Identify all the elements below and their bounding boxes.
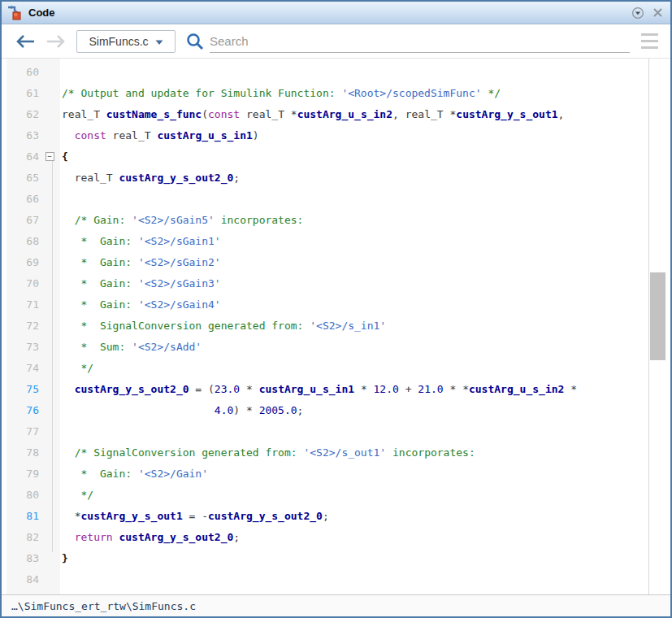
model-element-link[interactable]: '<S2>/sGain2' xyxy=(138,256,221,268)
code-line: 76 4.0) * 2005.0; xyxy=(2,399,648,420)
model-element-link[interactable]: '<S2>/s_in1' xyxy=(310,320,386,332)
code-line: 78 /* SignalConversion generated from: '… xyxy=(2,442,648,463)
code-text: /* SignalConversion generated from: '<S2… xyxy=(60,446,648,459)
forward-button[interactable] xyxy=(44,31,68,52)
search-icon xyxy=(184,30,206,53)
model-element-link[interactable]: '<S2>/sAdd' xyxy=(132,341,202,353)
line-number: 60 xyxy=(2,66,39,78)
fold-toggle-icon[interactable]: − xyxy=(46,152,54,161)
code-line: 64−{ xyxy=(2,146,648,167)
code-lines: 6061/* Output and update for Simulink Fu… xyxy=(2,59,648,590)
scrollbar-thumb[interactable] xyxy=(650,272,665,360)
code-line: 71 * Gain: '<S2>/sGain4' xyxy=(2,294,648,315)
line-number: 69 xyxy=(2,256,39,268)
search-input[interactable] xyxy=(210,30,630,53)
model-element-link[interactable]: '<S2>/sGain5' xyxy=(132,214,215,226)
vertical-scrollbar[interactable] xyxy=(648,59,666,594)
close-icon xyxy=(652,7,663,18)
code-line: 77 xyxy=(2,420,648,442)
dock-menu-button[interactable] xyxy=(630,6,646,20)
line-number: 64 xyxy=(2,150,39,163)
code-line: 83} xyxy=(2,547,648,568)
code-text: custArg_y_s_out2_0 = (23.0 * custArg_u_s… xyxy=(60,383,648,395)
code-text: */ xyxy=(60,362,648,374)
code-text: return custArg_y_s_out2_0; xyxy=(60,531,648,543)
file-selector-dropdown[interactable]: SimFuncs.c xyxy=(76,30,176,53)
line-number: 62 xyxy=(2,108,39,120)
chevron-down-icon xyxy=(155,35,163,48)
code-text: * Gain: '<S2>/sGain2' xyxy=(60,256,648,268)
code-line: 72 * SignalConversion generated from: '<… xyxy=(2,315,648,336)
code-text: * Sum: '<S2>/sAdd' xyxy=(60,341,648,353)
code-text: /* Gain: '<S2>/sGain5' incorporates: xyxy=(60,214,648,226)
model-element-link[interactable]: '<Root>/scopedSimFunc' xyxy=(341,87,481,99)
code-line: 60 xyxy=(2,61,648,82)
model-element-link[interactable]: '<S2>/sGain4' xyxy=(138,298,221,311)
fold-column: − xyxy=(39,152,60,161)
code-line: 67 /* Gain: '<S2>/sGain5' incorporates: xyxy=(2,209,648,230)
code-line: 73 * Sum: '<S2>/sAdd' xyxy=(2,336,648,357)
line-number: 72 xyxy=(2,320,39,332)
line-number: 79 xyxy=(2,468,39,480)
line-number: 78 xyxy=(2,446,39,459)
line-number: 83 xyxy=(2,552,39,564)
line-number: 74 xyxy=(2,362,39,374)
code-line: 63 const real_T custArg_u_s_in1) xyxy=(2,124,648,146)
line-number: 67 xyxy=(2,214,39,226)
menu-icon xyxy=(641,33,658,36)
dock-menu-icon xyxy=(631,7,644,20)
line-number: 66 xyxy=(2,193,39,205)
line-number: 73 xyxy=(2,341,39,353)
code-text: * Gain: '<S2>/sGain3' xyxy=(60,277,648,289)
model-element-link[interactable]: '<S2>/sGain1' xyxy=(138,235,221,247)
code-text: const real_T custArg_u_s_in1) xyxy=(60,129,648,141)
model-element-link[interactable]: '<S2>/s_out1' xyxy=(303,446,386,459)
titlebar: Code xyxy=(2,2,670,24)
code-line: 82 return custArg_y_s_out2_0; xyxy=(2,526,648,547)
code-window: Code SimFuncs.c xyxy=(0,0,672,618)
model-element-link[interactable]: '<S2>/Gain' xyxy=(138,468,208,480)
line-number: 82 xyxy=(2,531,39,543)
line-number: 70 xyxy=(2,277,39,289)
line-number-highlighted[interactable]: 75 xyxy=(2,383,39,395)
window-title: Code xyxy=(28,7,626,19)
code-text: 4.0) * 2005.0; xyxy=(60,404,648,416)
code-text: { xyxy=(60,150,648,163)
model-element-link[interactable]: '<S2>/sGain3' xyxy=(138,277,221,289)
code-text: * Gain: '<S2>/Gain' xyxy=(60,468,648,480)
file-selector-value: SimFuncs.c xyxy=(89,35,148,48)
status-bar: …\SimFuncs_ert_rtw\SimFuncs.c xyxy=(2,594,670,616)
code-line: 69 * Gain: '<S2>/sGain2' xyxy=(2,251,648,272)
code-window-icon xyxy=(7,6,24,20)
forward-arrow-icon xyxy=(46,34,67,49)
line-number: 77 xyxy=(2,425,39,437)
search-area xyxy=(184,24,641,58)
code-line: 62real_T custName_s_func(const real_T *c… xyxy=(2,103,648,124)
code-line: 74 */ xyxy=(2,357,648,378)
line-number: 65 xyxy=(2,172,39,184)
line-number: 63 xyxy=(2,129,39,141)
line-number: 68 xyxy=(2,235,39,247)
toolbar: SimFuncs.c xyxy=(2,24,670,59)
back-button[interactable] xyxy=(13,31,37,52)
code-text: * SignalConversion generated from: '<S2>… xyxy=(60,320,648,332)
code-editor[interactable]: 6061/* Output and update for Simulink Fu… xyxy=(2,59,648,594)
line-number-highlighted[interactable]: 76 xyxy=(2,404,39,416)
code-text: real_T custArg_y_s_out2_0; xyxy=(60,172,648,184)
code-line: 75 custArg_y_s_out2_0 = (23.0 * custArg_… xyxy=(2,378,648,399)
code-line: 79 * Gain: '<S2>/Gain' xyxy=(2,463,648,484)
code-text: *custArg_y_s_out1 = -custArg_y_s_out2_0; xyxy=(60,510,648,522)
code-line: 65 real_T custArg_y_s_out2_0; xyxy=(2,167,648,188)
code-text: /* Output and update for Simulink Functi… xyxy=(60,87,648,99)
line-number: 61 xyxy=(2,87,39,99)
line-number-highlighted[interactable]: 81 xyxy=(2,510,39,522)
code-line: 70 * Gain: '<S2>/sGain3' xyxy=(2,272,648,294)
code-line: 61/* Output and update for Simulink Func… xyxy=(2,82,648,103)
code-line: 80 */ xyxy=(2,484,648,505)
code-text: * Gain: '<S2>/sGain4' xyxy=(60,298,648,311)
file-path: …\SimFuncs_ert_rtw\SimFuncs.c xyxy=(11,600,196,612)
menu-button[interactable] xyxy=(641,30,661,53)
code-line: 81 *custArg_y_s_out1 = -custArg_y_s_out2… xyxy=(2,505,648,526)
main-area: 6061/* Output and update for Simulink Fu… xyxy=(2,59,670,594)
close-button[interactable] xyxy=(649,6,665,20)
